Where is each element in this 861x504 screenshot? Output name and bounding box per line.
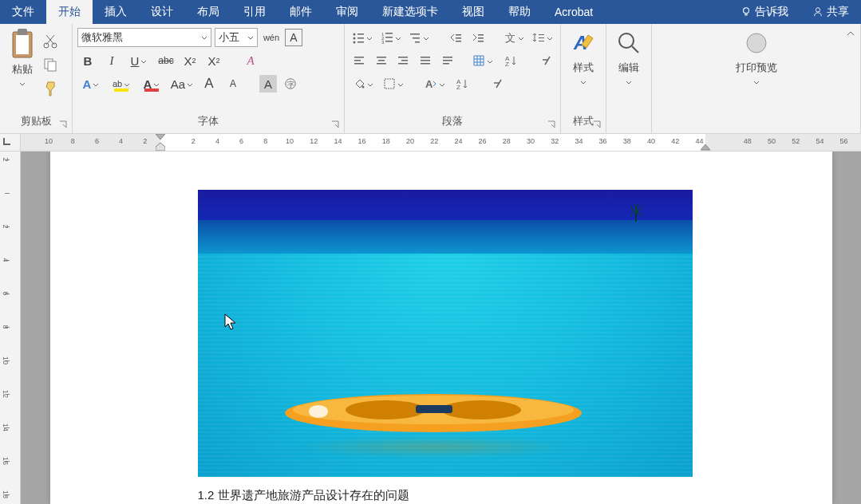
font-color-button[interactable]: A <box>138 73 165 94</box>
show-marks-button[interactable] <box>536 50 555 71</box>
multilevel-button[interactable] <box>407 27 432 48</box>
align-left-button[interactable] <box>350 50 369 71</box>
underline-button[interactable]: U <box>125 50 152 71</box>
strikethrough-button[interactable]: abc <box>156 50 176 71</box>
subscript-button[interactable]: X2 <box>180 50 200 71</box>
menu-review[interactable]: 审阅 <box>324 0 370 24</box>
font-dialog-launcher[interactable] <box>330 119 341 130</box>
char-scale-button[interactable]: A <box>421 73 448 94</box>
align-right-button[interactable] <box>393 50 413 71</box>
group-font: 微软雅黑 小五 wén A B I U abc X2 X2 A <box>73 24 345 133</box>
copy-button[interactable] <box>41 56 59 73</box>
bucket-icon <box>353 77 365 90</box>
menu-home[interactable]: 开始 <box>46 0 93 24</box>
italic-button[interactable]: I <box>101 50 122 71</box>
find-button[interactable] <box>614 29 643 57</box>
enclose-char-button[interactable]: 字 <box>280 73 301 94</box>
indent-icon <box>472 31 484 44</box>
format-painter-button[interactable] <box>41 80 59 97</box>
svg-rect-3 <box>16 35 29 54</box>
ruler-tick: 40 <box>647 137 655 145</box>
lightbulb-icon <box>741 6 752 18</box>
menu-help[interactable]: 帮助 <box>496 0 543 24</box>
indent-marker-right-icon[interactable] <box>701 144 710 151</box>
align-center-button[interactable] <box>372 50 391 71</box>
sort2-button[interactable]: AZ <box>452 73 472 94</box>
chevron-down-icon <box>547 31 553 45</box>
align-justify-button[interactable] <box>416 50 435 71</box>
document-heading[interactable]: 1.2 世界遗产地旅游产品设计存在的问题 <box>198 488 693 503</box>
menu-mail[interactable]: 邮件 <box>278 0 324 24</box>
font-name-combo[interactable]: 微软雅黑 <box>77 28 211 47</box>
decrease-indent-button[interactable] <box>446 27 465 48</box>
font-size-combo[interactable]: 小五 <box>215 28 258 47</box>
font-name-value: 微软雅黑 <box>81 30 123 45</box>
menu-view[interactable]: 视图 <box>450 0 496 24</box>
group-paragraph: 123 文 AZ <box>345 24 561 133</box>
ruler-tick: 4 <box>119 137 123 145</box>
line-spacing-button[interactable] <box>530 27 555 48</box>
sort-button[interactable]: AZ <box>498 50 523 71</box>
menu-file[interactable]: 文件 <box>0 0 46 24</box>
svg-rect-25 <box>415 41 420 43</box>
increase-indent-button[interactable] <box>468 27 488 48</box>
svg-rect-4 <box>18 29 27 35</box>
menu-newtab[interactable]: 新建选项卡 <box>370 0 450 24</box>
indent-marker-bottom-icon[interactable] <box>156 143 165 151</box>
numbering-button[interactable]: 123 <box>378 27 404 48</box>
align-distribute-button[interactable] <box>438 50 457 71</box>
shrink-font-button[interactable]: A <box>223 73 243 94</box>
snap-grid-button[interactable] <box>470 50 495 71</box>
menu-acrobat[interactable]: Acrobat <box>543 0 605 24</box>
pinyin-button[interactable]: wén <box>261 27 282 48</box>
svg-rect-33 <box>539 34 544 35</box>
vertical-ruler[interactable]: 224681012141618 <box>0 152 21 504</box>
grow-font-button[interactable]: A <box>199 73 219 94</box>
menu-design[interactable]: 设计 <box>139 0 185 24</box>
borders-button[interactable] <box>380 73 407 94</box>
clipboard-dialog-launcher[interactable] <box>57 119 69 130</box>
paste-button[interactable]: 粘贴 <box>3 29 41 91</box>
print-preview-button[interactable] <box>742 29 771 57</box>
ruler-corner[interactable] <box>0 134 21 152</box>
text-effects-button[interactable]: A <box>77 73 105 94</box>
menu-insert[interactable]: 插入 <box>93 0 139 24</box>
char-shading-button[interactable]: A <box>259 75 277 93</box>
superscript-button[interactable]: X2 <box>203 50 224 71</box>
bold-button[interactable]: B <box>77 50 98 71</box>
menu-share[interactable]: 共享 <box>800 0 861 24</box>
svg-rect-30 <box>478 37 484 39</box>
svg-rect-37 <box>354 60 361 61</box>
chevron-down-icon <box>140 54 147 68</box>
menu-tellme[interactable]: 告诉我 <box>729 0 800 24</box>
bullets-button[interactable] <box>350 27 375 48</box>
ruler-tick: 54 <box>816 137 823 145</box>
shading-button[interactable] <box>350 73 377 94</box>
scale-icon: A <box>425 77 437 90</box>
styles-label: 样式 <box>573 61 594 75</box>
change-case-button[interactable]: Aa <box>168 73 196 94</box>
menu-references[interactable]: 引用 <box>231 0 278 24</box>
svg-rect-36 <box>354 57 364 58</box>
indent-marker-top-icon[interactable] <box>156 134 165 140</box>
svg-rect-12 <box>357 33 364 35</box>
document-image[interactable] <box>198 190 693 477</box>
chevron-down-icon <box>518 31 524 45</box>
clear-format-button[interactable]: A <box>240 50 261 71</box>
svg-rect-40 <box>378 60 385 61</box>
char-border-button[interactable]: A <box>285 29 302 46</box>
document-scroll[interactable]: 1.2 世界遗产地旅游产品设计存在的问题 <box>21 152 861 504</box>
styles-button[interactable]: A <box>569 29 598 57</box>
borders-icon <box>383 77 396 90</box>
menu-layout[interactable]: 布局 <box>185 0 231 24</box>
svg-rect-41 <box>377 63 386 65</box>
collapse-ribbon-button[interactable] <box>846 27 855 41</box>
cut-button[interactable] <box>41 32 59 49</box>
styles-dialog-launcher[interactable] <box>591 119 602 130</box>
svg-point-15 <box>353 41 355 44</box>
text-direction-button[interactable]: 文 <box>501 27 527 48</box>
paragraph-dialog-launcher[interactable] <box>546 119 557 130</box>
highlight-button[interactable]: ab <box>108 73 135 94</box>
show-all-button[interactable] <box>487 73 508 94</box>
horizontal-ruler[interactable]: 1086422468101214161820222426283032343638… <box>21 134 861 152</box>
